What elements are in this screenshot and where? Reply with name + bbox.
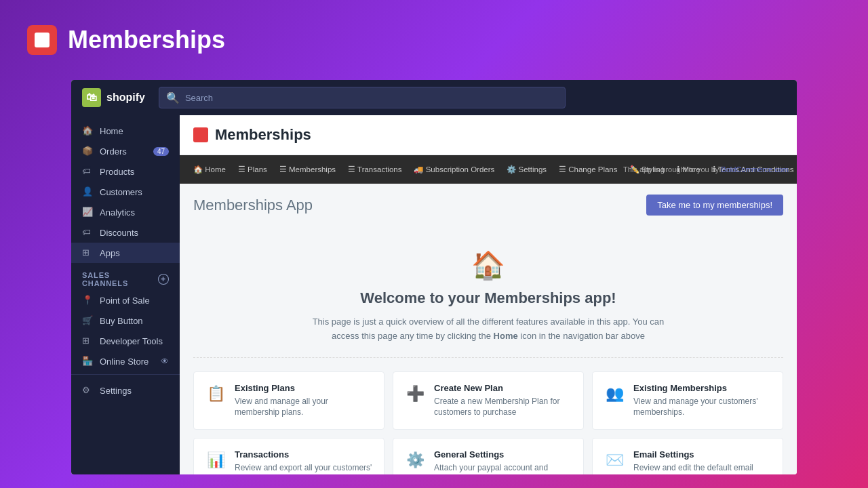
- app-title: Memberships: [68, 26, 225, 54]
- sidebar-item-label: Settings: [100, 386, 132, 396]
- app-nav-subscription-orders[interactable]: 🚚 Subscription Orders: [408, 155, 500, 184]
- take-me-button[interactable]: Take me to my memberships!: [646, 195, 783, 216]
- sidebar-item-label: Analytics: [100, 207, 135, 218]
- sidebar-item-products[interactable]: 🏷 Products: [71, 161, 180, 182]
- card-create-new-plan[interactable]: ➕ Create New Plan Create a new Membershi…: [393, 371, 584, 430]
- sidebar-item-analytics[interactable]: 📈 Analytics: [71, 202, 180, 222]
- app-nav-plans[interactable]: ☰ Plans: [233, 155, 273, 184]
- sidebar-item-developer-tools[interactable]: ⊞ Developer Tools: [71, 331, 180, 351]
- card-email-settings-body: Email Settings Review and edit the defau…: [633, 449, 772, 474]
- card-desc: Attach your paypal account and modify so…: [434, 462, 572, 474]
- app-nav-home[interactable]: 🏠 Home: [188, 155, 231, 184]
- top-header: Memberships: [0, 0, 868, 80]
- app-nav-memberships[interactable]: ☰ Memberships: [274, 155, 341, 184]
- point-of-sale-icon: 📍: [82, 295, 93, 306]
- settings-icon: ⚙: [82, 385, 93, 396]
- app-content: Memberships App Take me to my membership…: [180, 184, 797, 474]
- card-existing-memberships[interactable]: 👥 Existing Memberships View and manage y…: [592, 371, 783, 430]
- transactions-icon: 📊: [205, 449, 226, 471]
- shopify-body: 🏠 Home 📦 Orders 47 🏷 Products 👤 Customer…: [71, 115, 797, 474]
- sidebar-item-online-store[interactable]: 🏪 Online Store 👁: [71, 351, 180, 371]
- card-desc: Review and edit the default email notifi…: [633, 462, 772, 474]
- sidebar-item-orders[interactable]: 📦 Orders 47: [71, 141, 180, 161]
- card-desc: View and manage your customers' membersh…: [633, 396, 772, 419]
- card-desc: Review and export all your customers' me…: [235, 462, 373, 474]
- buy-button-icon: 🛒: [82, 315, 93, 326]
- app-nav-settings[interactable]: ⚙️ Settings: [501, 155, 552, 184]
- sidebar-item-buy-button[interactable]: 🛒 Buy Button: [71, 310, 180, 331]
- card-create-plan-body: Create New Plan Create a new Membership …: [434, 383, 572, 419]
- online-store-icon: 🏪: [82, 356, 93, 367]
- shopify-container: 🛍 shopify 🔍 Search 🏠 Home 📦 Orders 47 🏷 …: [71, 80, 797, 474]
- search-bar[interactable]: 🔍 Search: [159, 87, 566, 108]
- app-icon-inner: [35, 33, 50, 47]
- sidebar-item-label: Customers: [100, 187, 142, 197]
- memberships-header: Memberships: [180, 115, 797, 155]
- card-general-settings-body: General Settings Attach your paypal acco…: [434, 449, 572, 474]
- sidebar-item-home[interactable]: 🏠 Home: [71, 121, 180, 141]
- welcome-icon: 🏠: [207, 249, 770, 281]
- bold-commerce-link[interactable]: BoldCommerce.com: [721, 165, 789, 174]
- welcome-desc: This page is just a quick overview of al…: [312, 315, 665, 344]
- card-title: Existing Plans: [235, 383, 373, 393]
- card-email-settings[interactable]: ✉️ Email Settings Review and edit the de…: [592, 438, 783, 474]
- sidebar-item-label: Orders: [100, 146, 127, 157]
- sidebar-item-discounts[interactable]: 🏷 Discounts: [71, 222, 180, 243]
- analytics-icon: 📈: [82, 207, 93, 218]
- search-icon: 🔍: [166, 92, 180, 104]
- sidebar-item-label: Products: [100, 167, 134, 177]
- card-title: Transactions: [235, 449, 373, 460]
- memberships-header-title: Memberships: [215, 126, 311, 144]
- apps-icon: ⊞: [82, 247, 93, 258]
- card-desc: Create a new Membership Plan for custome…: [434, 396, 572, 419]
- search-placeholder: Search: [185, 93, 213, 103]
- card-grid: 📋 Existing Plans View and manage all you…: [193, 371, 783, 474]
- card-existing-memberships-body: Existing Memberships View and manage you…: [633, 383, 772, 419]
- sidebar-item-settings[interactable]: ⚙ Settings: [71, 380, 180, 401]
- eye-icon: 👁: [161, 357, 169, 366]
- sidebar-item-apps[interactable]: ⊞ Apps: [71, 243, 180, 263]
- card-title: General Settings: [434, 449, 572, 460]
- welcome-section: 🏠 Welcome to your Memberships app! This …: [193, 229, 783, 358]
- card-transactions[interactable]: 📊 Transactions Review and export all you…: [193, 438, 384, 474]
- memberships-header-icon: [193, 127, 208, 142]
- sidebar-bottom: ⚙ Settings: [71, 374, 180, 406]
- sidebar-item-label: Developer Tools: [100, 336, 163, 346]
- sidebar-item-label: Home: [100, 126, 123, 136]
- sidebar-item-label: Online Store: [100, 357, 149, 367]
- app-navbar: 🏠 Home ☰ Plans ☰ Memberships ☰ Transacti…: [180, 155, 797, 184]
- app-nav-change-plans[interactable]: ☰ Change Plans: [553, 155, 623, 184]
- developer-tools-icon: ⊞: [82, 336, 93, 346]
- shopify-logo-icon: 🛍: [82, 88, 101, 107]
- card-existing-plans-body: Existing Plans View and manage all your …: [235, 383, 373, 419]
- email-settings-icon: ✉️: [604, 449, 625, 471]
- app-content-header: Memberships App Take me to my membership…: [193, 195, 783, 216]
- welcome-home-link: Home: [494, 331, 518, 341]
- sidebar-item-label: Buy Button: [100, 316, 143, 326]
- existing-plans-icon: 📋: [205, 383, 226, 405]
- sidebar-item-point-of-sale[interactable]: 📍 Point of Sale: [71, 290, 180, 310]
- card-general-settings[interactable]: ⚙️ General Settings Attach your paypal a…: [393, 438, 584, 474]
- shopify-topbar: 🛍 shopify 🔍 Search: [71, 80, 797, 115]
- app-content-title: Memberships App: [193, 197, 313, 214]
- card-existing-plans[interactable]: 📋 Existing Plans View and manage all you…: [193, 371, 384, 430]
- sidebar: 🏠 Home 📦 Orders 47 🏷 Products 👤 Customer…: [71, 115, 180, 474]
- card-title: Create New Plan: [434, 383, 572, 393]
- add-sales-channel-button[interactable]: +: [158, 274, 169, 285]
- shopify-logo-text: shopify: [106, 92, 145, 104]
- app-nav-brand: This app is brought to you by BoldCommer…: [623, 165, 789, 174]
- home-icon: 🏠: [82, 125, 93, 136]
- create-plan-icon: ➕: [404, 383, 426, 405]
- products-icon: 🏷: [82, 166, 93, 177]
- app-nav-transactions[interactable]: ☰ Transactions: [342, 155, 407, 184]
- customers-icon: 👤: [82, 186, 93, 197]
- general-settings-icon: ⚙️: [404, 449, 426, 471]
- shopify-logo: 🛍 shopify: [82, 88, 145, 107]
- orders-icon: 📦: [82, 146, 93, 157]
- card-transactions-body: Transactions Review and export all your …: [235, 449, 373, 474]
- card-title: Existing Memberships: [633, 383, 772, 393]
- app-icon: [27, 25, 57, 55]
- sidebar-item-label: Apps: [100, 248, 120, 258]
- sidebar-item-customers[interactable]: 👤 Customers: [71, 182, 180, 202]
- discounts-icon: 🏷: [82, 227, 93, 238]
